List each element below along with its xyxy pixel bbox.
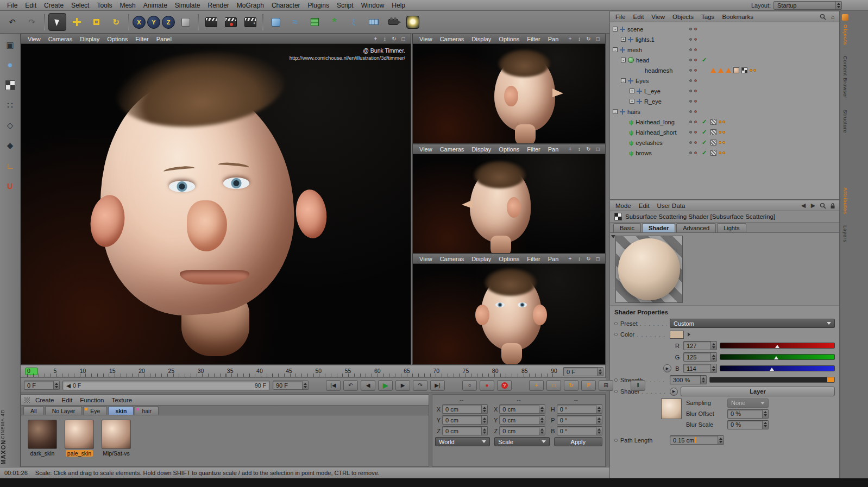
visibility-dots[interactable] [686,141,700,144]
object-row-hairs[interactable]: hairs [610,106,839,117]
next-key-button[interactable]: ↷ [413,380,427,391]
object-row-hairhead-short[interactable]: ψHairhead_short ✓ [610,127,839,137]
record-position-toggle[interactable]: + [529,380,544,391]
record-pla-toggle[interactable]: ⊞ [599,380,613,391]
particles-button[interactable]: * [325,13,343,31]
point-mode-button[interactable]: ∷ [2,97,18,113]
tag-list[interactable] [708,129,837,135]
strength-field[interactable]: 300 % [670,375,707,384]
expander-icon[interactable] [621,37,626,42]
record-rotation-toggle[interactable]: ↻ [564,380,578,391]
visibility-dots[interactable] [686,121,700,123]
lock-y-axis-button[interactable]: Y [147,16,160,29]
vp-menu-cameras[interactable]: Cameras [45,36,76,42]
mat-menu-edit[interactable]: Edit [59,397,76,403]
vp-menu-options[interactable]: Options [495,256,523,262]
viewport-canvas[interactable]: @ Bunk Timmer. http://www.comichouse.nl/… [21,44,411,364]
panel-tab-objects[interactable]: Objects [842,23,849,47]
object-row-scene[interactable]: scene [610,24,839,34]
record-scale-toggle[interactable]: □ [546,380,561,391]
hair-material-tag-icon[interactable] [710,140,716,146]
light-button[interactable] [404,13,422,31]
vp-menu-filter[interactable]: Filter [524,146,543,153]
stepper-icon[interactable] [710,364,716,372]
make-editable-button[interactable]: ▣ [2,37,18,53]
vp-menu-cameras[interactable]: Cameras [437,256,468,262]
viewport-dolly-icon[interactable]: ↕ [575,256,583,262]
mat-menu-create[interactable]: Create [32,397,58,403]
expander-icon[interactable] [630,99,634,104]
object-row-mesh[interactable]: mesh [610,45,839,55]
channel-b-slider[interactable] [720,365,835,371]
visibility-dots[interactable] [686,38,700,41]
vp-menu-pan[interactable]: Pan [545,36,562,42]
material-thumbnail[interactable] [65,420,94,449]
hair-material-tag-icon[interactable] [710,150,716,156]
mat-menu-texture[interactable]: Texture [108,397,135,403]
vp-menu-display[interactable]: Display [77,36,103,42]
stepper-icon[interactable] [481,405,487,413]
slider-marker-icon[interactable] [775,345,779,348]
hair-material-tag-icon[interactable] [710,129,716,135]
layer-shader-thumbnail[interactable] [661,399,682,419]
lock-x-axis-button[interactable]: X [133,16,146,29]
layer-shader-button[interactable]: Layer [681,387,835,396]
home-icon[interactable]: ⌂ [828,13,837,21]
viewport-maximize-icon[interactable]: □ [594,146,602,152]
color-mode-button[interactable]: ▶ [663,364,671,372]
viewport-orbit-icon[interactable]: ↻ [584,256,593,262]
object-row-l-eye[interactable]: L_eye [610,86,839,96]
menubar-item-plugins[interactable]: Plugins [304,2,333,9]
undo-button[interactable]: ↶ [3,13,21,31]
preview-range-slider[interactable]: ◀ 0 F 90 F [62,381,270,390]
mograph-button[interactable] [306,13,324,31]
stepper-icon[interactable] [302,381,308,389]
preview-fold-icon[interactable] [611,235,615,238]
visibility-dots[interactable] [686,100,700,103]
anim-dot-icon[interactable] [614,390,618,393]
viewport-canvas[interactable] [413,154,605,253]
live-selection-button[interactable] [48,13,66,31]
restriction-tag-icon[interactable] [750,69,756,72]
vp-menu-options[interactable]: Options [495,146,523,153]
texture-mode-button[interactable] [2,77,18,93]
viewport-maximize-icon[interactable]: □ [594,256,602,262]
coordinate-system-button[interactable] [177,13,194,31]
phong-tag-icon[interactable] [710,68,716,73]
stepper-icon[interactable] [53,381,59,389]
autokey-help-button[interactable]: ? [497,380,512,391]
stepper-icon[interactable] [481,416,487,424]
vp-menu-panel[interactable]: Panel [153,36,175,42]
restriction-tag-icon[interactable] [719,131,725,134]
add-primitive-button[interactable] [267,13,285,31]
vp-menu-display[interactable]: Display [468,146,494,153]
size-z-field[interactable]: 0 cm [499,426,545,435]
record-keyframe-button[interactable]: ● [480,380,494,391]
tag-list[interactable] [708,67,837,73]
vp-menu-display[interactable]: Display [468,36,494,42]
menubar-item-mograph[interactable]: MoGraph [233,2,268,9]
menubar-item-tools[interactable]: Tools [93,2,116,9]
restriction-tag-icon[interactable] [719,151,725,154]
size-x-field[interactable]: 0 cm [499,404,545,414]
slider-marker-icon[interactable] [774,356,778,359]
stepper-icon[interactable] [700,376,706,384]
timeline-ruler[interactable]: 0 5 10 15 20 25 30 35 40 45 50 55 60 65 … [21,365,606,378]
anim-dot-icon[interactable] [614,322,618,325]
shader-preview-box[interactable] [615,236,683,303]
vp-menu-cameras[interactable]: Cameras [437,146,468,153]
rotation-p-field[interactable]: 0 ° [557,415,602,425]
viewport-canvas[interactable] [413,264,605,364]
expander-icon[interactable] [621,78,626,83]
vp-menu-view[interactable]: View [416,146,436,153]
add-spline-button[interactable]: ≈ [286,13,304,31]
material-item-dark-skin[interactable]: dark_skin [27,420,58,457]
menubar-item-mesh[interactable]: Mesh [116,2,139,9]
search-icon[interactable] [819,202,827,210]
object-row-eyes[interactable]: Eyes [610,75,839,86]
vp-menu-options[interactable]: Options [495,36,523,42]
viewport-dolly-icon[interactable]: ↕ [575,36,583,42]
om-menu-objects[interactable]: Objects [669,14,697,20]
vp-menu-filter[interactable]: Filter [524,256,543,262]
path-length-field[interactable]: 0.15 cm [670,435,724,445]
